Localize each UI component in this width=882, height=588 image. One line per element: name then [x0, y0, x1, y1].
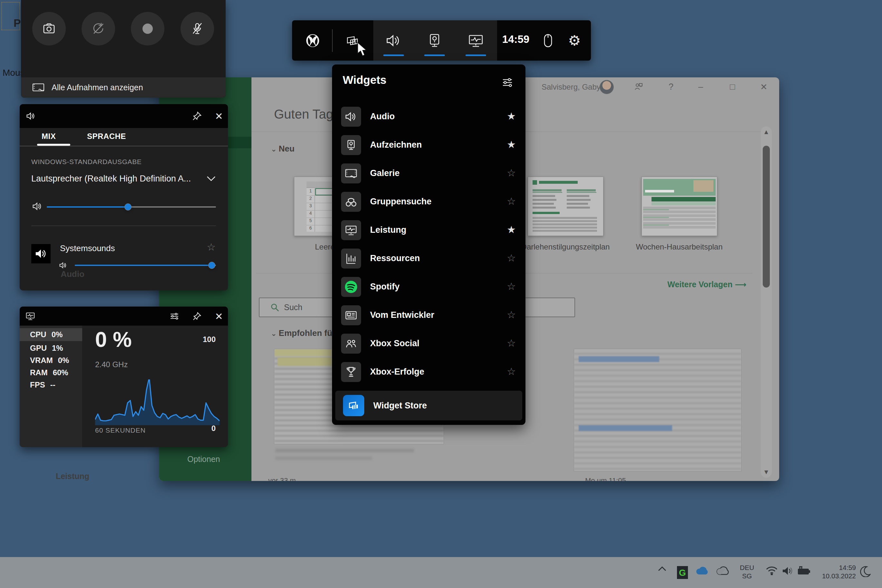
widgets-menu: Widgets Audio ★ Aufzeichnen ★ Galerie ☆	[332, 64, 525, 425]
capture-icon	[341, 135, 361, 155]
xbox-button[interactable]	[305, 33, 320, 48]
chevron-down-icon: ⌄	[271, 330, 279, 338]
favorite-star[interactable]: ☆	[507, 168, 516, 178]
developer-icon	[341, 305, 361, 325]
divider	[31, 226, 216, 226]
divider	[332, 29, 333, 52]
maximize-button[interactable]: □	[730, 82, 735, 92]
widget-store-button[interactable]: Widget Store	[335, 391, 522, 420]
scrollbar-thumb[interactable]	[763, 146, 770, 288]
record-last-button[interactable]	[81, 12, 115, 45]
favorite-star[interactable]: ☆	[507, 253, 516, 263]
audio-widget-button[interactable]	[386, 33, 401, 48]
game-bar-toolbar: 14:59 ⚙	[292, 20, 591, 61]
menu-item-xbox-social[interactable]: Xbox Social ☆	[332, 330, 525, 358]
metric-gpu[interactable]: GPU1%	[20, 342, 82, 355]
menu-item-spotify[interactable]: Spotify ☆	[332, 273, 525, 301]
performance-widget-button[interactable]	[468, 33, 483, 48]
chevron-down-icon[interactable]	[206, 175, 216, 182]
metric-cpu[interactable]: CPU0%	[20, 328, 82, 341]
tray-wifi-icon[interactable]	[765, 566, 778, 575]
metric-vram[interactable]: VRAM0%	[20, 354, 82, 367]
favorite-star[interactable]: ★	[507, 225, 516, 235]
tab-sprache[interactable]: SPRACHE	[87, 132, 126, 141]
section-recommended[interactable]: ⌄ Empfohlen fü	[271, 328, 332, 338]
section-new[interactable]: ⌄ Neu	[271, 144, 295, 154]
favorite-star[interactable]: ★	[507, 140, 516, 150]
tray-cloud-icon[interactable]	[716, 566, 730, 575]
tray-language[interactable]: DEUSG	[740, 564, 754, 580]
favorite-star[interactable]: ☆	[507, 196, 516, 206]
metric-list: CPU0% GPU1% VRAM0% RAM60% FPS--	[20, 326, 82, 447]
favorite-star[interactable]: ★	[507, 111, 516, 121]
settings-button[interactable]: ⚙	[567, 33, 582, 48]
tray-volume-icon[interactable]	[782, 566, 794, 576]
template-loan-schedule[interactable]	[528, 177, 603, 236]
minimize-button[interactable]: –	[698, 82, 703, 92]
tray-onedrive-icon[interactable]	[696, 566, 709, 575]
output-device-select[interactable]: Lautsprecher (Realtek High Definition A.…	[31, 174, 191, 184]
close-icon[interactable]: ✕	[212, 309, 226, 323]
capture-widget-button[interactable]	[427, 33, 442, 48]
favorite-star[interactable]: ☆	[507, 366, 516, 376]
tray-chevron-up-icon[interactable]	[657, 566, 667, 571]
menu-item-vom-entwickler[interactable]: Vom Entwickler ☆	[332, 301, 525, 330]
scrollbar[interactable]: ▲ ▼	[761, 126, 772, 478]
scroll-up-icon[interactable]: ▲	[761, 128, 772, 136]
arrow-right-icon: ⟶	[735, 280, 746, 289]
tray-gpu-icon[interactable]: G	[676, 566, 688, 579]
favorite-star[interactable]: ☆	[507, 338, 516, 348]
favorite-star[interactable]: ☆	[507, 310, 516, 320]
screenshot-button[interactable]	[32, 12, 66, 45]
menu-item-xbox-erfolge[interactable]: Xbox-Erfolge ☆	[332, 358, 525, 386]
active-underline	[465, 54, 486, 56]
menu-item-audio[interactable]: Audio ★	[332, 102, 525, 131]
filter-icon[interactable]	[500, 75, 514, 90]
gallery-icon	[341, 164, 361, 183]
doc-caption-blur	[275, 456, 372, 460]
spotify-icon	[341, 277, 361, 297]
scroll-down-icon[interactable]: ▼	[761, 468, 772, 476]
close-button[interactable]: ✕	[760, 82, 768, 92]
metric-fps[interactable]: FPS--	[20, 378, 82, 392]
widget-title: Leistung	[24, 472, 121, 481]
device-volume-slider[interactable]	[47, 206, 216, 208]
favorite-star[interactable]: ☆	[507, 281, 516, 291]
metric-ram[interactable]: RAM60%	[20, 366, 82, 379]
doc-caption-blur	[275, 449, 414, 452]
options-icon[interactable]	[167, 309, 182, 323]
gallery-icon	[32, 83, 45, 93]
menu-item-gruppensuche[interactable]: Gruppensuche ☆	[332, 188, 525, 216]
more-templates-link[interactable]: Weitere Vorlagen ⟶	[667, 280, 746, 289]
tab-mix[interactable]: MIX	[42, 132, 56, 141]
menu-item-galerie[interactable]: Galerie ☆	[332, 159, 525, 188]
favorite-star[interactable]: ☆	[207, 242, 216, 252]
system-sounds-slider[interactable]	[75, 265, 216, 266]
performance-widget: Leistung ✕ CPU0% GPU1% VRAM0% RAM60%	[20, 307, 228, 447]
svg-text:G: G	[679, 568, 686, 578]
template-week-chore-plan[interactable]	[642, 177, 717, 236]
system-sounds-tile	[31, 244, 51, 263]
close-icon[interactable]: ✕	[212, 109, 226, 123]
tray-battery-icon[interactable]	[796, 566, 811, 576]
sidebar-item-options[interactable]: Optionen	[187, 454, 220, 464]
help-button[interactable]: ?	[669, 82, 674, 92]
record-button[interactable]	[131, 12, 164, 45]
show-all-captures-button[interactable]: Alle Aufnahmen anzeigen	[21, 77, 226, 98]
performance-icon	[341, 220, 361, 240]
mic-muted-button[interactable]	[180, 12, 214, 45]
avatar[interactable]	[600, 80, 614, 94]
template-label[interactable]: Wochen-Hausarbeitsplan	[631, 242, 728, 252]
pin-icon[interactable]	[190, 109, 204, 123]
pin-icon[interactable]	[190, 309, 204, 323]
menu-item-leistung[interactable]: Leistung ★	[332, 216, 525, 244]
feedback-icon[interactable]	[634, 82, 644, 92]
mouse-mode-button[interactable]	[540, 33, 556, 48]
template-label[interactable]: Darlehenstilgungszeitplan	[517, 242, 614, 252]
search-icon	[270, 303, 279, 312]
excel-account-name[interactable]: Salvisberg, Gaby	[542, 82, 601, 92]
tray-clock[interactable]: 14:5910.03.2022	[816, 564, 856, 580]
recommended-doc-2[interactable]	[574, 349, 741, 471]
menu-item-ressourcen[interactable]: Ressourcen ☆	[332, 244, 525, 273]
menu-item-aufzeichnen[interactable]: Aufzeichnen ★	[332, 131, 525, 159]
